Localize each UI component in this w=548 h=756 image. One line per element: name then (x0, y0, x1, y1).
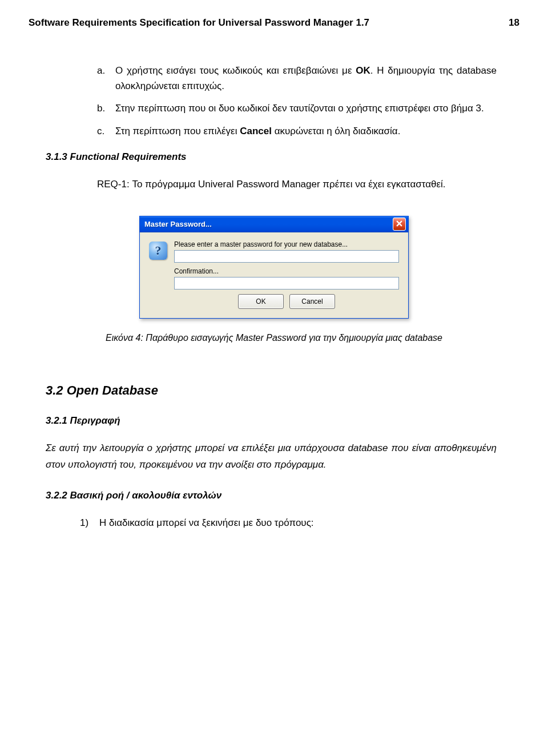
cancel-button[interactable]: Cancel (289, 294, 335, 309)
marker-1: 1) (80, 515, 99, 530)
text-c: Στη περίπτωση που επιλέγει Cancel ακυρών… (115, 123, 497, 139)
list-item-b: b. Στην περίπτωση που οι δυο κωδικοί δεν… (97, 100, 497, 116)
heading-32: 3.2 Open Database (46, 383, 519, 398)
heading-321: 3.2.1 Περιγραφή (46, 415, 519, 427)
dialog-title: Master Password... (144, 220, 393, 228)
list-item-a: a. Ο χρήστης εισάγει τους κωδικούς και ε… (97, 63, 497, 94)
list-item-1: 1) Η διαδικασία μπορεί να ξεκινήσει με δ… (80, 515, 497, 530)
master-password-dialog: Master Password... ? Please enter a mast… (139, 216, 409, 319)
question-icon: ? (149, 242, 167, 260)
text-a: Ο χρήστης εισάγει τους κωδικούς και επιβ… (115, 63, 497, 94)
heading-313: 3.1.3 Functional Requirements (46, 151, 519, 163)
ok-button[interactable]: OK (238, 294, 284, 309)
marker-b: b. (97, 100, 115, 116)
paragraph-321: Σε αυτή την λειτουργία ο χρήστης μπορεί … (46, 440, 497, 473)
close-button[interactable] (393, 218, 406, 231)
list-item-c: c. Στη περίπτωση που επιλέγει Cancel ακυ… (97, 123, 497, 139)
dialog-titlebar[interactable]: Master Password... (140, 216, 408, 232)
close-icon (396, 220, 402, 228)
req-1: REQ-1: Το πρόγραμμα Univeral Password Ma… (97, 176, 497, 193)
confirmation-input[interactable] (174, 277, 399, 289)
header-title: Software Requirements Specification for … (29, 17, 369, 29)
text-1: Η διαδικασία μπορεί να ξεκινήσει με δυο … (99, 515, 314, 530)
heading-322: 3.2.2 Βασική ροή / ακολουθία εντολών (46, 490, 519, 501)
prompt-label: Please enter a master password for your … (174, 240, 399, 248)
marker-a: a. (97, 63, 115, 94)
text-b: Στην περίπτωση που οι δυο κωδικοί δεν τα… (115, 100, 497, 116)
marker-c: c. (97, 123, 115, 139)
figure-caption-4: Εικόνα 4: Παράθυρο εισαγωγής Master Pass… (51, 333, 497, 343)
password-input[interactable] (174, 250, 399, 263)
confirmation-label: Confirmation... (174, 267, 399, 275)
page-number: 18 (509, 17, 519, 29)
